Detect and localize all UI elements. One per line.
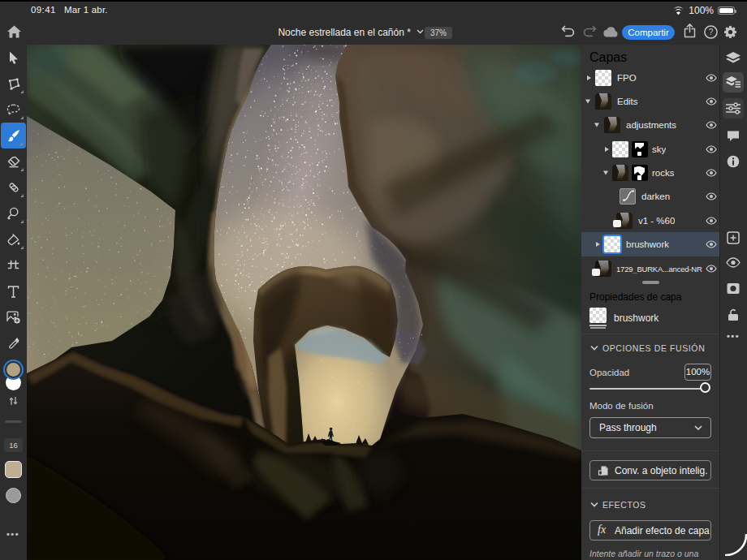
svg-text:?: ? (709, 28, 714, 37)
